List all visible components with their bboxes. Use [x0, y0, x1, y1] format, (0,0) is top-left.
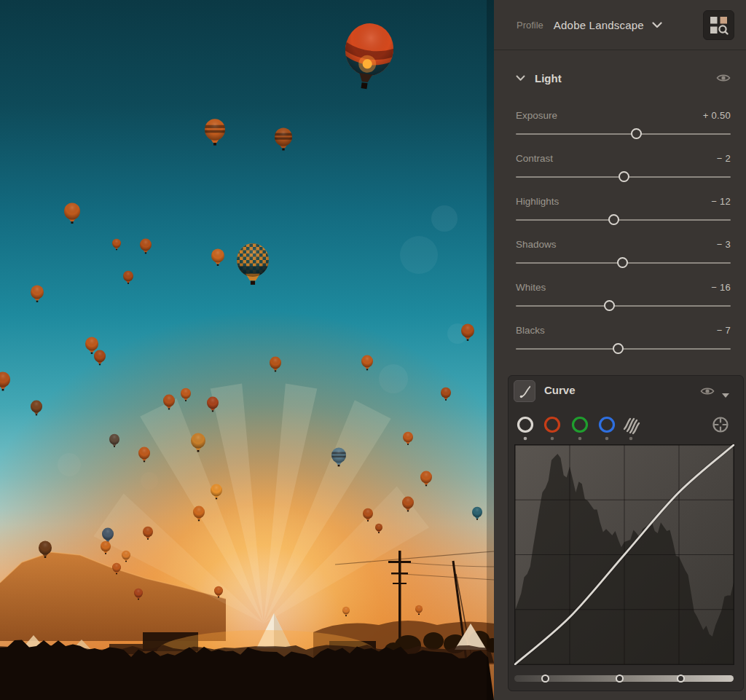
slider-label: Whites — [516, 282, 546, 293]
slider-label: Exposure — [516, 110, 557, 121]
slider-row-contrast: Contrast − 2 — [516, 145, 731, 188]
profile-browser-button[interactable] — [703, 10, 734, 40]
edit-panel: Profile Adobe Landscape Light — [494, 0, 746, 700]
slider-label: Highlights — [516, 196, 559, 207]
balloon-photo — [0, 0, 494, 700]
photo-canvas[interactable] — [0, 0, 494, 700]
slider-handle[interactable] — [604, 300, 615, 311]
chevron-down-icon[interactable] — [652, 22, 662, 28]
profile-label: Profile — [517, 20, 543, 31]
slider-track[interactable] — [516, 262, 731, 264]
light-sliders: Exposure + 0.50 Contrast − 2 Highlights … — [516, 102, 731, 360]
chevron-down-icon[interactable] — [516, 71, 525, 84]
slider-label: Shadows — [516, 239, 557, 250]
channel-indicator-dot — [578, 437, 582, 441]
channel-blue-button[interactable] — [600, 418, 614, 432]
slider-row-blacks: Blacks − 7 — [516, 317, 731, 360]
slider-handle[interactable] — [631, 128, 642, 139]
region-split-handle[interactable] — [616, 675, 624, 683]
channel-indicator-dot — [629, 437, 633, 441]
slider-label: Blacks — [516, 325, 545, 336]
slider-value: − 16 — [711, 282, 731, 293]
slider-value: − 3 — [717, 239, 731, 250]
slider-handle[interactable] — [619, 171, 629, 182]
curve-channel-selector — [514, 412, 739, 443]
slider-handle[interactable] — [613, 343, 624, 354]
slider-value: − 7 — [717, 325, 731, 336]
slider-track[interactable] — [516, 133, 731, 135]
slider-track[interactable] — [516, 305, 731, 307]
profile-value[interactable]: Adobe Landscape — [554, 19, 644, 31]
grid-search-icon — [709, 15, 729, 35]
slider-value: − 12 — [711, 196, 731, 207]
channel-red-button[interactable] — [546, 418, 560, 432]
slider-track[interactable] — [516, 176, 731, 178]
lightroom-edit-view: Profile Adobe Landscape Light — [0, 0, 746, 700]
profile-header: Profile Adobe Landscape — [494, 0, 746, 50]
curve-section-title: Curve — [544, 384, 576, 396]
slider-label: Contrast — [516, 153, 553, 164]
channel-luma-button[interactable] — [519, 418, 533, 432]
panel-seam-shadow — [487, 0, 494, 700]
light-section-header[interactable]: Light — [516, 68, 731, 87]
light-section-title: Light — [535, 72, 562, 84]
slider-value: + 0.50 — [703, 110, 731, 121]
channel-indicator-dot — [551, 437, 554, 441]
slider-row-shadows: Shadows − 3 — [516, 231, 731, 274]
slider-handle[interactable] — [608, 214, 619, 225]
region-split-handle[interactable] — [541, 675, 549, 683]
eye-icon[interactable] — [716, 73, 731, 83]
slider-track[interactable] — [516, 219, 731, 221]
tone-curve-s-icon — [519, 383, 530, 399]
channel-indicator-dot — [605, 437, 609, 441]
slider-row-exposure: Exposure + 0.50 — [516, 102, 731, 145]
curve-panel: Curve — [508, 375, 744, 691]
region-split-handle[interactable] — [677, 675, 685, 683]
tone-curve-editor[interactable] — [514, 444, 734, 665]
triangle-down-icon[interactable] — [721, 388, 730, 401]
slider-value: − 2 — [717, 153, 731, 164]
slider-track[interactable] — [516, 348, 731, 350]
slider-handle[interactable] — [617, 257, 628, 268]
slider-row-highlights: Highlights − 12 — [516, 188, 731, 231]
channel-green-button[interactable] — [573, 418, 587, 432]
targeted-adjustment-icon[interactable] — [714, 418, 728, 432]
eye-icon[interactable] — [700, 386, 715, 399]
slider-row-whites: Whites − 16 — [516, 274, 731, 317]
channel-indicator-dot — [524, 437, 527, 441]
tone-curve-button[interactable] — [514, 380, 535, 402]
parametric-region-bar[interactable] — [514, 675, 734, 682]
parametric-swirl-icon[interactable] — [624, 419, 639, 433]
